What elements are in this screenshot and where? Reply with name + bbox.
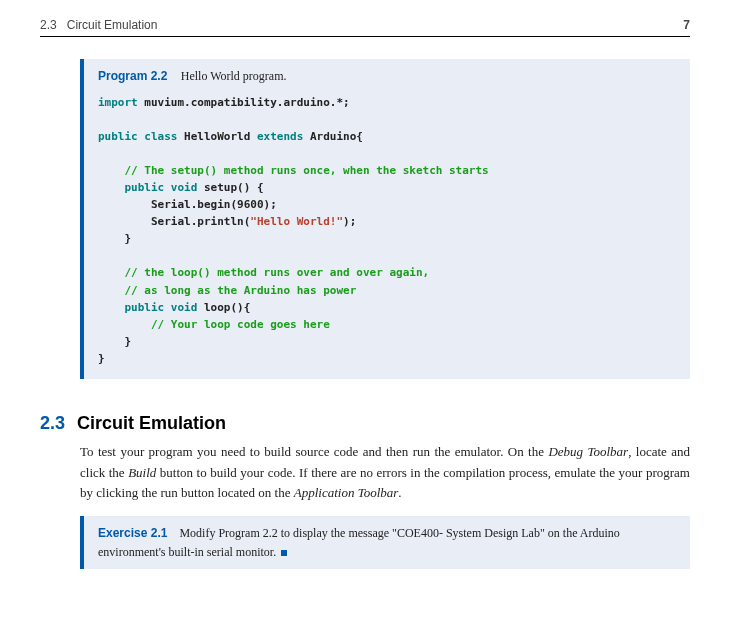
code-string: "Hello World!" bbox=[250, 215, 343, 228]
section-heading: 2.3 Circuit Emulation bbox=[40, 413, 690, 434]
code-classname: HelloWorld bbox=[184, 130, 250, 143]
code-method: loop bbox=[204, 301, 231, 314]
section-name: Circuit Emulation bbox=[67, 18, 158, 32]
code-keyword: public void bbox=[98, 181, 204, 194]
header-rule bbox=[40, 36, 690, 37]
code-keyword: import bbox=[98, 96, 138, 109]
code-keyword: extends bbox=[250, 130, 310, 143]
code-comment: // as long as the Arduino has power bbox=[98, 284, 356, 297]
program-caption-text: Hello World program. bbox=[181, 69, 287, 83]
code-text: ); bbox=[343, 215, 356, 228]
section-heading-title: Circuit Emulation bbox=[77, 413, 226, 434]
code-method: setup bbox=[204, 181, 237, 194]
code-keyword: public class bbox=[98, 130, 184, 143]
section-number: 2.3 bbox=[40, 18, 57, 32]
code-text: } bbox=[98, 232, 131, 245]
code-text: } bbox=[98, 335, 131, 348]
body-emph: Application Toolbar bbox=[294, 485, 399, 500]
code-text: (){ bbox=[230, 301, 250, 314]
code-text: () { bbox=[237, 181, 264, 194]
body-text: To test your program you need to build s… bbox=[80, 444, 548, 459]
page-number: 7 bbox=[683, 18, 690, 32]
end-square-icon bbox=[281, 550, 287, 556]
body-emph: Debug Toolbar bbox=[548, 444, 628, 459]
program-box: Program 2.2 Hello World program. import … bbox=[80, 59, 690, 379]
section-heading-number: 2.3 bbox=[40, 413, 65, 434]
page: 2.3 Circuit Emulation 7 Program 2.2 Hell… bbox=[0, 0, 730, 569]
exercise-text: Modify Program 2.2 to display the messag… bbox=[98, 526, 620, 559]
running-header: 2.3 Circuit Emulation 7 bbox=[40, 18, 690, 32]
program-label: Program 2.2 bbox=[98, 69, 167, 83]
exercise-box: Exercise 2.1 Modify Program 2.2 to displ… bbox=[80, 516, 690, 569]
code-text: { bbox=[356, 130, 363, 143]
body-text: . bbox=[398, 485, 401, 500]
code-comment: // The setup() method runs once, when th… bbox=[98, 164, 489, 177]
code-text: Serial.println( bbox=[98, 215, 250, 228]
code-text: muvium.compatibility.arduino.*; bbox=[138, 96, 350, 109]
code-comment: // the loop() method runs over and over … bbox=[98, 266, 429, 279]
code-listing: import muvium.compatibility.arduino.*; p… bbox=[98, 94, 676, 367]
code-keyword: public void bbox=[98, 301, 204, 314]
body-paragraph: To test your program you need to build s… bbox=[80, 442, 690, 504]
program-caption: Program 2.2 Hello World program. bbox=[98, 69, 676, 84]
code-text: Serial.begin(9600); bbox=[98, 198, 277, 211]
running-header-section: 2.3 Circuit Emulation bbox=[40, 18, 157, 32]
exercise-label: Exercise 2.1 bbox=[98, 526, 167, 540]
code-classname: Arduino bbox=[310, 130, 356, 143]
code-text: } bbox=[98, 352, 105, 365]
body-emph: Build bbox=[128, 465, 156, 480]
code-comment: // Your loop code goes here bbox=[98, 318, 330, 331]
